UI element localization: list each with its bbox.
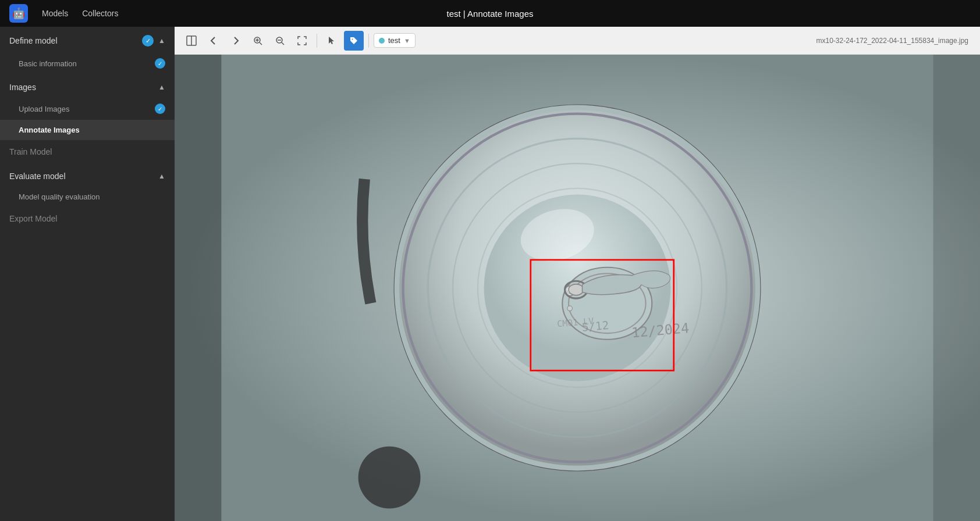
main-layout: Define model ✓ ▲ Basic information ✓ Ima…	[0, 27, 980, 521]
toolbar: test ▼ mx10-32-24-172_2022-04-11_155834_…	[175, 27, 980, 55]
select-button[interactable]	[322, 31, 342, 51]
sidebar-item-upload-images[interactable]: Upload Images ✓	[0, 98, 175, 120]
label-dropdown-arrow-icon: ▼	[404, 37, 410, 44]
evaluate-model-title: Evaluate model	[9, 172, 66, 181]
define-model-icons: ✓ ▲	[142, 35, 165, 47]
basic-info-check: ✓	[155, 58, 165, 69]
top-nav: 🤖 Models Collectors test | Annotate Imag…	[0, 0, 980, 27]
svg-point-30	[569, 284, 584, 295]
model-quality-label: Model quality evaluation	[19, 192, 100, 201]
sidebar-item-model-quality[interactable]: Model quality evaluation	[0, 187, 175, 207]
filename-label: mx10-32-24-172_2022-04-11_155834_image.j…	[816, 37, 968, 45]
svg-marker-9	[329, 37, 334, 44]
toolbar-divider-1	[317, 34, 317, 48]
svg-line-7	[282, 42, 284, 45]
annotate-images-label: Annotate Images	[19, 126, 80, 134]
evaluate-model-icons: ▲	[158, 172, 165, 180]
label-selector[interactable]: test ▼	[374, 33, 416, 48]
svg-point-34	[358, 447, 421, 509]
svg-rect-12	[175, 55, 221, 521]
define-model-title: Define model	[9, 36, 58, 45]
upload-images-check: ✓	[155, 104, 165, 114]
next-button[interactable]	[226, 31, 246, 51]
svg-point-28	[567, 306, 573, 311]
fit-button[interactable]	[292, 31, 312, 51]
zoom-out-button[interactable]	[270, 31, 290, 51]
sidebar-section-define-model[interactable]: Define model ✓ ▲	[0, 27, 175, 52]
define-model-check: ✓	[142, 35, 154, 47]
sidebar: Define model ✓ ▲ Basic information ✓ Ima…	[0, 27, 175, 521]
images-chevron: ▲	[158, 83, 165, 91]
upload-images-label: Upload Images	[19, 105, 69, 113]
image-canvas: 12/2024 5/12 CM01 LV	[175, 55, 980, 521]
svg-rect-13	[933, 55, 980, 521]
label-color-dot	[379, 38, 385, 44]
sidebar-section-images[interactable]: Images ▲	[0, 74, 175, 98]
content-area: test ▼ mx10-32-24-172_2022-04-11_155834_…	[175, 27, 980, 521]
sidebar-item-export-model[interactable]: Export Model	[0, 207, 175, 230]
label-name: test	[388, 36, 400, 45]
sidebar-item-train-model[interactable]: Train Model	[0, 140, 175, 163]
prev-button[interactable]	[204, 31, 223, 51]
zoom-in-button[interactable]	[248, 31, 268, 51]
define-model-chevron: ▲	[158, 37, 165, 45]
app-logo: 🤖	[9, 4, 28, 23]
annotated-image: 12/2024 5/12 CM01 LV	[175, 55, 980, 521]
split-view-button[interactable]	[182, 31, 201, 51]
images-title: Images	[9, 83, 36, 92]
sidebar-item-annotate-images[interactable]: Annotate Images	[0, 120, 175, 140]
tag-button[interactable]	[344, 31, 364, 51]
sidebar-item-basic-info[interactable]: Basic information ✓	[0, 52, 175, 74]
svg-line-3	[260, 42, 262, 45]
evaluate-model-chevron: ▲	[158, 172, 165, 180]
toolbar-divider-2	[368, 34, 369, 48]
basic-info-label: Basic information	[19, 59, 77, 68]
nav-models[interactable]: Models	[42, 9, 68, 18]
images-icons: ▲	[158, 83, 165, 91]
nav-collectors[interactable]: Collectors	[82, 9, 118, 18]
sidebar-section-evaluate-model[interactable]: Evaluate model ▲	[0, 163, 175, 187]
page-title: test | Annotate Images	[447, 9, 534, 19]
